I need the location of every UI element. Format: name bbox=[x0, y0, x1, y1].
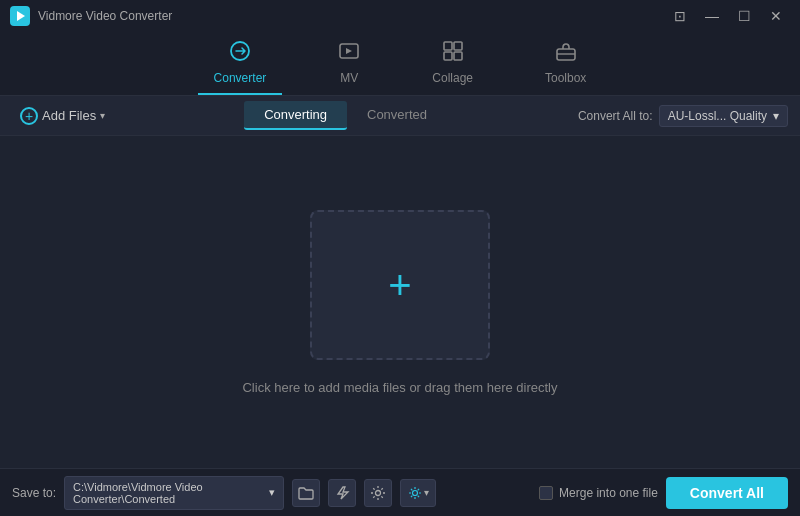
tab-mv-label: MV bbox=[340, 71, 358, 85]
toolbar: + Add Files ▾ Converting Converted Conve… bbox=[0, 96, 800, 136]
nav-tabs: Converter MV Collage bbox=[0, 32, 800, 96]
add-files-label: Add Files bbox=[42, 108, 96, 123]
tab-converter[interactable]: Converter bbox=[198, 32, 283, 95]
merge-checkbox[interactable] bbox=[539, 486, 553, 500]
maximize-button[interactable]: ☐ bbox=[730, 6, 758, 26]
svg-point-10 bbox=[376, 490, 381, 495]
settings-button[interactable] bbox=[364, 479, 392, 507]
tab-toolbox[interactable]: Toolbox bbox=[529, 32, 602, 95]
status-tab-converting[interactable]: Converting bbox=[244, 101, 347, 130]
convert-all-button[interactable]: Convert All bbox=[666, 477, 788, 509]
bottom-bar: Save to: C:\Vidmore\Vidmore Video Conver… bbox=[0, 468, 800, 516]
svg-point-11 bbox=[412, 490, 417, 495]
status-tabs: Converting Converted bbox=[113, 101, 578, 130]
svg-rect-7 bbox=[454, 52, 462, 60]
converter-icon bbox=[229, 40, 251, 67]
save-path-arrow: ▾ bbox=[269, 486, 275, 499]
format-selector-arrow: ▾ bbox=[773, 109, 779, 123]
merge-checkbox-area: Merge into one file bbox=[539, 486, 658, 500]
save-path-input[interactable]: C:\Vidmore\Vidmore Video Converter\Conve… bbox=[64, 476, 284, 510]
convert-all-to-label: Convert All to: bbox=[578, 109, 653, 123]
tab-mv[interactable]: MV bbox=[322, 32, 376, 95]
format-selector-value: AU-Lossl... Quality bbox=[668, 109, 767, 123]
merge-label: Merge into one file bbox=[559, 486, 658, 500]
close-button[interactable]: ✕ bbox=[762, 6, 790, 26]
caption-button[interactable]: ⊡ bbox=[666, 6, 694, 26]
collage-icon bbox=[442, 40, 464, 67]
format-selector-dropdown[interactable]: AU-Lossl... Quality ▾ bbox=[659, 105, 788, 127]
extra-settings-arrow: ▾ bbox=[424, 487, 429, 498]
add-files-button[interactable]: + Add Files ▾ bbox=[12, 103, 113, 129]
status-tab-converted[interactable]: Converted bbox=[347, 101, 447, 130]
title-bar-left: Vidmore Video Converter bbox=[10, 6, 172, 26]
tab-collage[interactable]: Collage bbox=[416, 32, 489, 95]
app-title: Vidmore Video Converter bbox=[38, 9, 172, 23]
svg-rect-6 bbox=[444, 52, 452, 60]
tab-toolbox-label: Toolbox bbox=[545, 71, 586, 85]
drop-zone-plus-icon: + bbox=[388, 265, 411, 305]
save-to-label: Save to: bbox=[12, 486, 56, 500]
title-bar: Vidmore Video Converter ⊡ — ☐ ✕ bbox=[0, 0, 800, 32]
svg-rect-5 bbox=[454, 42, 462, 50]
toolbox-icon bbox=[555, 40, 577, 67]
drop-hint-text: Click here to add media files or drag th… bbox=[242, 380, 557, 395]
add-files-plus-icon: + bbox=[20, 107, 38, 125]
quick-convert-button[interactable] bbox=[328, 479, 356, 507]
tab-converter-label: Converter bbox=[214, 71, 267, 85]
convert-all-to-area: Convert All to: AU-Lossl... Quality ▾ bbox=[578, 105, 788, 127]
open-folder-button[interactable] bbox=[292, 479, 320, 507]
title-bar-controls: ⊡ — ☐ ✕ bbox=[666, 6, 790, 26]
mv-icon bbox=[338, 40, 360, 67]
tab-collage-label: Collage bbox=[432, 71, 473, 85]
main-content-area: + Click here to add media files or drag … bbox=[0, 136, 800, 468]
save-path-value: C:\Vidmore\Vidmore Video Converter\Conve… bbox=[73, 481, 269, 505]
drop-zone[interactable]: + bbox=[310, 210, 490, 360]
extra-settings-button[interactable]: ▾ bbox=[400, 479, 436, 507]
minimize-button[interactable]: — bbox=[698, 6, 726, 26]
add-files-dropdown-arrow: ▾ bbox=[100, 110, 105, 121]
svg-rect-4 bbox=[444, 42, 452, 50]
app-logo-icon bbox=[10, 6, 30, 26]
